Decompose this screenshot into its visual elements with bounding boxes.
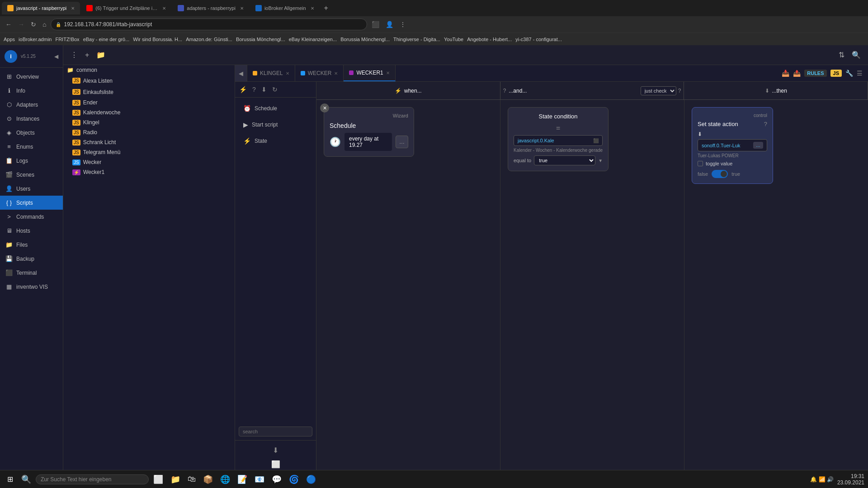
export-alexa-button[interactable]: ↗ <box>218 77 225 84</box>
delete-einkauf-button[interactable]: 🗑 <box>215 88 222 96</box>
blockly-schedule-item[interactable]: ⏰ Schedule <box>239 101 312 116</box>
taskbar-edge-button[interactable]: 🌐 <box>217 473 233 486</box>
sidebar-item-inventwo[interactable]: ▦ inventwo VIS <box>0 280 63 294</box>
file-wecker1[interactable]: ⚡ Wecker1 <box>63 167 235 177</box>
file-radio[interactable]: JS Radio <box>63 127 235 137</box>
tab-iobroker[interactable]: ioBroker Allgemein ✕ <box>250 2 320 14</box>
forward-button[interactable]: → <box>16 19 26 30</box>
sidebar-item-users[interactable]: 👤 Users <box>0 182 63 196</box>
bookmark-borussia3[interactable]: Borussia Mönchengl... <box>340 37 390 42</box>
delete-alexa-button[interactable]: 🗑 <box>208 77 216 84</box>
add-folder-button[interactable]: 📁 <box>94 49 107 61</box>
condition-state-input[interactable]: javascript.0.Kale ⬛ <box>514 135 603 146</box>
bookmark-hubert[interactable]: Angebote - Hubert... <box>467 37 512 42</box>
toggle-checkbox-icon[interactable] <box>698 161 703 166</box>
export-button[interactable]: 📤 <box>793 70 801 77</box>
wecker-tab-close[interactable]: ✕ <box>334 71 338 76</box>
taskbar-taskview-button[interactable]: ⬜ <box>151 473 166 486</box>
file-einkauf[interactable]: JS Einkaufsliste ▶ 🗑 ↗ <box>63 86 235 98</box>
layers-icon-button[interactable]: ⬜ <box>238 458 313 470</box>
equal-to-select[interactable]: true <box>534 155 595 165</box>
file-ender[interactable]: JS Ender <box>63 98 235 108</box>
file-schrank[interactable]: JS Schrank Licht <box>63 137 235 147</box>
blockly-search-input[interactable] <box>239 427 312 436</box>
sidebar-item-adapters[interactable]: ⬡ Adapters <box>0 98 63 112</box>
klingel-tab-close[interactable]: ✕ <box>286 71 289 76</box>
taskbar-search-button[interactable]: 🔍 <box>19 473 34 486</box>
rules-badge[interactable]: RULES <box>804 70 826 77</box>
taskbar-word-button[interactable]: 📝 <box>235 473 250 486</box>
address-bar[interactable]: 🔒 192.168.178.47:8081/#tab-javascript <box>51 19 367 30</box>
tab-youtube[interactable]: (6) Trigger und Zeitpläne im ioB... ✕ <box>81 2 171 14</box>
bookmark-borussia1[interactable]: Wir sind Borussia. H... <box>133 37 182 42</box>
new-tab-button[interactable]: + <box>321 4 332 12</box>
tab-close-1[interactable]: ✕ <box>71 6 75 11</box>
sidebar-item-enums[interactable]: ≡ Enums <box>0 140 63 154</box>
more-options-button[interactable]: ⋮ <box>69 49 80 61</box>
schedule-time-display[interactable]: every day at 19.27 <box>344 133 392 151</box>
bookmark-thingiverse[interactable]: Thingiverse - Digita... <box>393 37 440 42</box>
taskbar-amazon-button[interactable]: 📦 <box>200 473 216 486</box>
bookmark-ebay[interactable]: eBay - eine der grö... <box>83 37 130 42</box>
windows-start-button[interactable]: ⊞ <box>4 473 17 485</box>
bookmark-iobroker[interactable]: ioBroker.admin <box>19 37 52 42</box>
sort-button[interactable]: ⇅ <box>837 49 846 61</box>
settings-button[interactable]: 🔧 <box>845 70 853 77</box>
help-tab-button[interactable]: ? <box>251 84 257 94</box>
folder-common[interactable]: 📁 common <box>63 65 235 75</box>
sidebar-item-overview[interactable]: ⊞ Overview <box>0 70 63 84</box>
refresh-blockly-button[interactable]: ↻ <box>271 84 279 94</box>
import-button[interactable]: 📥 <box>782 70 789 77</box>
run-einkauf-button[interactable]: ▶ <box>207 88 213 96</box>
run-alexa-button[interactable]: ▶ <box>200 77 207 84</box>
dismiss-schedule-button[interactable]: ✕ <box>320 103 329 113</box>
taskbar-teams-button[interactable]: 💬 <box>269 473 284 486</box>
tab-wecker1[interactable]: WECKER1 ✕ <box>344 65 395 81</box>
sidebar-item-info[interactable]: ℹ Info <box>0 84 63 98</box>
sidebar-item-backup[interactable]: 💾 Backup <box>0 252 63 266</box>
fullscreen-button[interactable]: ☰ <box>857 70 863 77</box>
sidebar-item-instances[interactable]: ⊙ Instances <box>0 112 63 126</box>
bookmark-fritz[interactable]: FRITZ!Box <box>55 37 79 42</box>
tab-close-4[interactable]: ✕ <box>311 6 314 11</box>
file-wecker[interactable]: JS Wecker <box>63 157 235 167</box>
taskbar-file-button[interactable]: 📁 <box>168 473 183 486</box>
extensions-button[interactable]: ⬛ <box>370 19 381 30</box>
js-badge[interactable]: JS <box>830 70 842 77</box>
file-telegram[interactable]: JS Telegram Menü <box>63 147 235 157</box>
add-script-button[interactable]: + <box>83 49 91 61</box>
action-help-icon[interactable]: ? <box>764 121 767 127</box>
sidebar-item-files[interactable]: 📁 Files <box>0 238 63 252</box>
check-type-select[interactable]: just check <box>641 86 676 95</box>
sidebar-item-scenes[interactable]: 🎬 Scenes <box>0 168 63 182</box>
action-state-input[interactable]: sonoff.0.Tuer-Luk … <box>698 139 767 151</box>
export-einkauf-button[interactable]: ↗ <box>224 88 231 96</box>
wecker1-tab-close[interactable]: ✕ <box>386 70 390 75</box>
download-tab-button[interactable]: ⬇ <box>260 84 268 94</box>
bookmark-apps[interactable]: Apps <box>4 37 15 42</box>
file-klingel[interactable]: JS Klingel <box>63 117 235 127</box>
bookmark-kleinanzeigen[interactable]: eBay Kleinanzeigen... <box>289 37 337 42</box>
taskbar-chrome-button[interactable]: 🌀 <box>286 473 302 486</box>
sidebar-item-objects[interactable]: ◈ Objects <box>0 126 63 140</box>
profile-button[interactable]: 👤 <box>384 19 395 30</box>
search-scripts-button[interactable]: 🔍 <box>850 49 863 61</box>
tab-close-3[interactable]: ✕ <box>240 6 244 11</box>
file-kalenderwoche[interactable]: JS Kalenderwoche <box>63 108 235 117</box>
sidebar-item-commands[interactable]: > Commands <box>0 210 63 224</box>
taskbar-outlook-button[interactable]: 📧 <box>252 473 267 486</box>
taskbar-iobroker-button[interactable]: 🔵 <box>303 473 319 486</box>
menu-button[interactable]: ⋮ <box>398 19 408 30</box>
bookmark-yi[interactable]: yi-c387 - configurat... <box>515 37 562 42</box>
file-alexa[interactable]: JS Alexa Listen ▶ 🗑 ↗ <box>63 75 235 86</box>
download-icon-button[interactable]: ⬇ <box>238 444 313 456</box>
refresh-button[interactable]: ↻ <box>29 19 38 30</box>
sidebar-item-hosts[interactable]: 🖥 Hosts <box>0 224 63 238</box>
action-state-button[interactable]: … <box>753 142 763 149</box>
sidebar-item-logs[interactable]: 📋 Logs <box>0 154 63 168</box>
blockly-startscript-item[interactable]: ▶ Start script <box>239 117 312 132</box>
home-button[interactable]: ⌂ <box>41 19 48 30</box>
tab-javascript[interactable]: javascript - raspberrypi ✕ <box>2 2 80 14</box>
bookmark-borussia2[interactable]: Borussia Mönchengl... <box>236 37 285 42</box>
tab-close-2[interactable]: ✕ <box>162 6 166 11</box>
